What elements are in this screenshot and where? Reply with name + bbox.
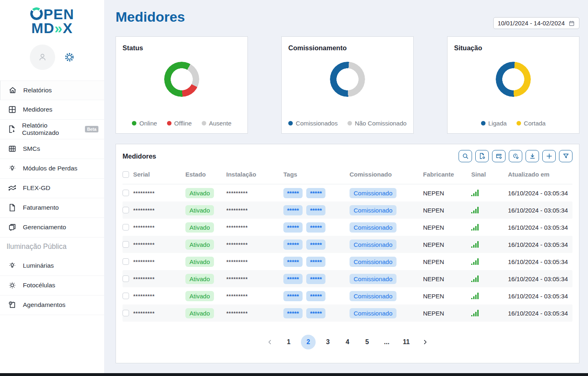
date-range-picker[interactable]: 10/01/2024 - 14-02/2024 bbox=[493, 17, 579, 29]
col-comissionado[interactable]: Comissionado bbox=[350, 171, 423, 178]
col-tags[interactable]: Tags bbox=[283, 171, 350, 178]
prev-page-button[interactable] bbox=[264, 339, 276, 345]
settings-gear-button[interactable] bbox=[64, 52, 75, 63]
legend-item: Offline bbox=[167, 120, 192, 127]
cell-instalacao: ********* bbox=[226, 241, 283, 248]
estado-badge: Ativado bbox=[185, 274, 214, 284]
card-situacao: Situação LigadaCortada bbox=[447, 36, 579, 134]
sidebar-item-luminarias[interactable]: Luminárias bbox=[0, 256, 104, 276]
table-row[interactable]: ********* Ativado ********* ********** C… bbox=[122, 236, 572, 253]
cell-fabricante: NEPEN bbox=[423, 190, 471, 197]
page-4[interactable]: 4 bbox=[340, 335, 355, 349]
tag-pill[interactable]: ***** bbox=[283, 239, 303, 250]
signal-bars-icon bbox=[471, 223, 508, 231]
chevron-left-icon bbox=[267, 339, 273, 345]
cell-atualizado: 16/10/2024 - 03:05:34 bbox=[508, 258, 572, 265]
tag-pill[interactable]: ***** bbox=[283, 274, 303, 284]
tag-pill[interactable]: ***** bbox=[283, 308, 303, 318]
comissionado-badge: Comissionado bbox=[350, 188, 396, 198]
row-checkbox[interactable] bbox=[122, 224, 129, 231]
cell-fabricante: NEPEN bbox=[423, 224, 471, 231]
report-settings-button[interactable] bbox=[475, 150, 489, 162]
tag-pill[interactable]: ***** bbox=[306, 291, 325, 301]
tag-pill[interactable]: ***** bbox=[306, 308, 325, 318]
plus-icon bbox=[546, 152, 553, 160]
row-checkbox[interactable] bbox=[122, 190, 129, 196]
table-row[interactable]: ********* Ativado ********* ********** C… bbox=[122, 287, 572, 304]
table-row[interactable]: ********* Ativado ********* ********** C… bbox=[122, 184, 572, 201]
col-instalacao[interactable]: Instalação bbox=[226, 171, 283, 178]
tag-pill[interactable]: ***** bbox=[306, 257, 325, 267]
page-5[interactable]: 5 bbox=[360, 335, 374, 349]
filter-button[interactable] bbox=[559, 150, 572, 162]
tag-pill[interactable]: ***** bbox=[283, 222, 303, 233]
cell-tags: ********** bbox=[283, 274, 350, 284]
avatar[interactable] bbox=[30, 45, 55, 70]
add-button[interactable] bbox=[542, 150, 556, 162]
clock-gear-icon bbox=[512, 152, 519, 160]
sidebar-item-gerenciamento[interactable]: Gerenciamento bbox=[0, 218, 104, 237]
sidebar-item-fotocelulas[interactable]: Fotocélulas bbox=[0, 276, 104, 295]
tag-pill[interactable]: ***** bbox=[283, 257, 303, 267]
row-checkbox[interactable] bbox=[122, 293, 129, 299]
report-gear-icon bbox=[479, 152, 486, 160]
sidebar-item-smcs[interactable]: SMCs bbox=[0, 139, 104, 159]
sidebar-item-agendamentos[interactable]: Agendamentos bbox=[0, 295, 104, 315]
page-1[interactable]: 1 bbox=[281, 335, 296, 349]
cell-serial: ********* bbox=[133, 293, 185, 300]
sidebar-item-flex-gd[interactable]: FLEX-GD bbox=[0, 179, 104, 198]
page-3[interactable]: 3 bbox=[321, 335, 335, 349]
col-sinal[interactable]: Sinal bbox=[471, 171, 508, 178]
sidebar-item-medidores[interactable]: Medidores bbox=[0, 100, 104, 120]
tag-pill[interactable]: ***** bbox=[306, 188, 325, 198]
search-button[interactable] bbox=[459, 150, 472, 162]
sidebar-item-modulos-de-perdas[interactable]: Módulos de Perdas bbox=[0, 159, 104, 179]
col-atualizado-em[interactable]: Atualizado em bbox=[508, 171, 572, 178]
select-all-checkbox[interactable] bbox=[122, 171, 129, 178]
table-row[interactable]: ********* Ativado ********* ********** C… bbox=[122, 253, 572, 270]
cell-tags: ********** bbox=[283, 222, 350, 233]
row-checkbox[interactable] bbox=[122, 207, 129, 213]
tag-pill[interactable]: ***** bbox=[306, 274, 325, 284]
device-settings-button[interactable] bbox=[492, 150, 506, 162]
schedule-settings-button[interactable] bbox=[509, 150, 522, 162]
next-page-button[interactable] bbox=[419, 339, 431, 345]
signal-bars-icon bbox=[471, 240, 508, 248]
tag-pill[interactable]: ***** bbox=[306, 222, 325, 233]
estado-badge: Ativado bbox=[185, 308, 214, 318]
col-estado[interactable]: Estado bbox=[185, 171, 226, 178]
tag-pill[interactable]: ***** bbox=[283, 291, 303, 301]
tag-pill[interactable]: ***** bbox=[306, 239, 325, 250]
row-checkbox[interactable] bbox=[122, 310, 129, 316]
comissionado-badge: Comissionado bbox=[350, 291, 396, 301]
cell-instalacao: ********* bbox=[226, 310, 283, 317]
table-row[interactable]: ********* Ativado ********* ********** C… bbox=[122, 304, 572, 322]
cell-atualizado: 16/10/2024 - 03:05:34 bbox=[508, 293, 572, 300]
page-ellipsis: ... bbox=[379, 335, 394, 349]
table-row[interactable]: ********* Ativado ********* ********** C… bbox=[122, 270, 572, 287]
signal-bars-icon bbox=[471, 206, 508, 214]
sidebar-section-iluminacao-publica: Iluminação Pública bbox=[0, 237, 104, 256]
pagination-pages: 12345...11 bbox=[281, 335, 414, 349]
sidebar-item-faturamento[interactable]: Faturamento bbox=[0, 198, 104, 218]
col-fabricante[interactable]: Fabricante bbox=[423, 171, 471, 178]
sidebar-item-relatorios[interactable]: Relatórios bbox=[0, 81, 104, 100]
brand-logo: PEN MD»X bbox=[0, 7, 104, 36]
legend-item: Online bbox=[132, 120, 157, 127]
download-button[interactable] bbox=[526, 150, 539, 162]
sidebar-item-relatorio-customizado[interactable]: Relatório Customizado Beta bbox=[0, 120, 104, 139]
table-row[interactable]: ********* Ativado ********* ********** C… bbox=[122, 201, 572, 219]
row-checkbox[interactable] bbox=[122, 275, 129, 282]
table-row[interactable]: ********* Ativado ********* ********** C… bbox=[122, 219, 572, 236]
row-checkbox[interactable] bbox=[122, 241, 129, 248]
bottom-bar bbox=[0, 373, 588, 376]
tag-pill[interactable]: ***** bbox=[306, 205, 325, 215]
row-checkbox[interactable] bbox=[122, 258, 129, 265]
tag-pill[interactable]: ***** bbox=[283, 205, 303, 215]
cell-serial: ********* bbox=[133, 310, 185, 317]
page-11[interactable]: 11 bbox=[399, 335, 414, 349]
meters-table-card: Medidores Serial Estado Instalação Tags … bbox=[116, 144, 579, 363]
tag-pill[interactable]: ***** bbox=[283, 188, 303, 198]
page-2[interactable]: 2 bbox=[301, 335, 316, 349]
col-serial[interactable]: Serial bbox=[133, 171, 185, 178]
